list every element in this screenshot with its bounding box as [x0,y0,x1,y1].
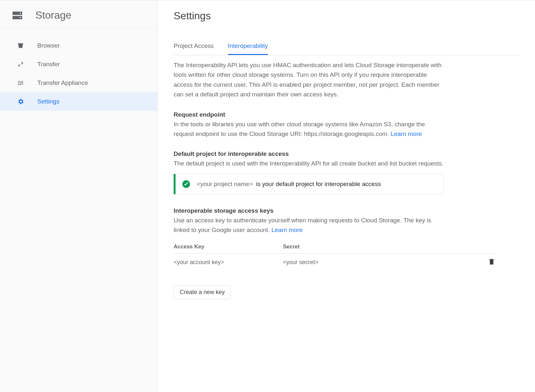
storage-icon [10,10,25,21]
transfer-icon [16,61,25,68]
endpoint-body-text: In the tools or libraries you use with o… [174,121,425,137]
intro-text: The Interoperability API lets you use HM… [174,60,444,100]
endpoint-learn-more-link[interactable]: Learn more [391,130,422,137]
info-project-name: <your project name> [197,181,253,188]
sidebar-item-transfer[interactable]: Transfer [0,55,157,74]
sidebar-nav: Browser Transfer Transfer Appliance Sett… [0,29,157,111]
column-access-key: Access Key [174,244,283,250]
sidebar-item-transfer-appliance[interactable]: Transfer Appliance [0,74,157,92]
svg-point-3 [20,17,21,18]
cell-access-key: <your account key> [174,259,283,266]
tab-project-access[interactable]: Project Access [174,39,214,55]
sidebar-item-browser[interactable]: Browser [0,36,157,55]
create-key-button[interactable]: Create a new key [174,285,231,299]
sidebar-item-label: Transfer Appliance [37,79,148,86]
access-keys-body: Use an access key to authenticate yourse… [174,216,444,235]
endpoint-heading: Request endpoint [174,111,519,118]
delete-key-button[interactable] [479,258,495,267]
sidebar-item-label: Browser [37,42,148,49]
sidebar-item-label: Transfer [37,61,148,68]
bucket-icon [16,42,25,49]
access-keys-heading: Interoperable storage access keys [174,207,519,214]
access-keys-table: Access Key Secret <your account key> <yo… [174,240,495,272]
info-message: is your default project for interoperabl… [256,181,381,188]
column-actions [479,244,495,250]
access-keys-learn-more-link[interactable]: Learn more [271,227,303,233]
column-secret: Secret [283,244,479,250]
endpoint-body: In the tools or libraries you use with o… [174,120,444,139]
default-project-heading: Default project for interoperable access [174,150,519,157]
default-project-body: The default project is used with the Int… [174,159,444,168]
check-circle-icon [182,180,190,188]
cell-secret: <your secret> [283,259,479,266]
table-header: Access Key Secret [174,240,495,254]
sliders-icon [16,79,25,86]
default-project-info-box: <your project name> is your default proj… [174,174,444,194]
tabs: Project Access Interoperability [174,39,519,55]
tab-interoperability[interactable]: Interoperability [228,39,268,55]
trash-icon [488,258,495,267]
gear-icon [16,98,25,105]
sidebar-item-label: Settings [37,98,148,105]
sidebar-title: Storage [35,9,71,21]
sidebar-header: Storage [0,5,157,29]
sidebar: Storage Browser Transfer Transfer Applia… [0,0,158,392]
table-row: <your account key> <your secret> [174,254,495,272]
main-content: Settings Project Access Interoperability… [158,0,535,392]
page-title: Settings [174,10,519,22]
svg-point-2 [20,13,21,14]
sidebar-item-settings[interactable]: Settings [0,92,157,111]
